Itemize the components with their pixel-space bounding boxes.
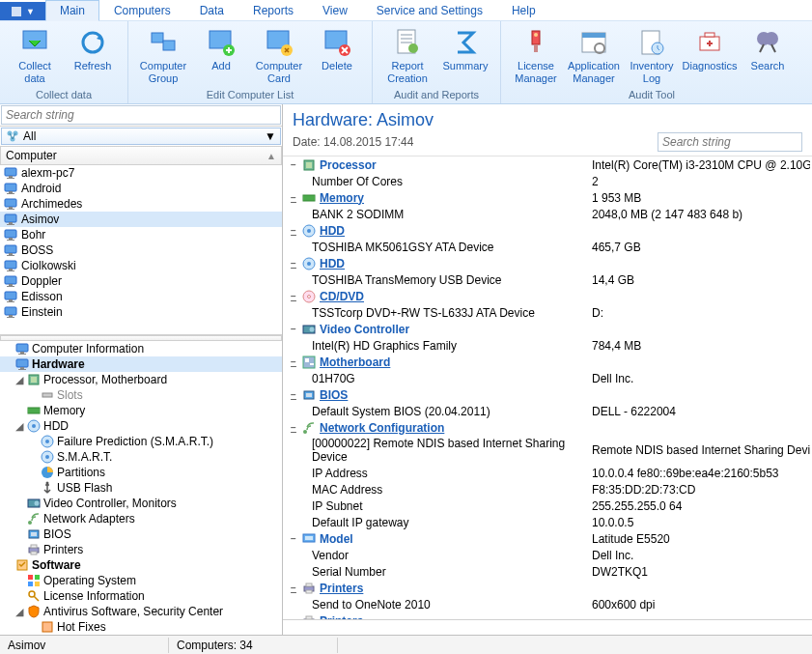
monitor-icon (4, 197, 17, 211)
printer-icon (302, 582, 316, 595)
category-tree[interactable]: Computer Information Hardware ◢Processor… (0, 341, 282, 635)
status-bar: Asimov Computers: 34 (0, 635, 812, 654)
tree-slots[interactable]: Slots (0, 387, 282, 403)
right-panel: Hardware: Asimov Date: 14.08.2015 17:44 … (283, 104, 812, 635)
tree-hardware[interactable]: Hardware (0, 356, 282, 372)
tree-memory[interactable]: Memory (0, 403, 282, 418)
computer-group-button[interactable]: Computer Group (134, 25, 192, 87)
tree-smart[interactable]: S.M.A.R.T. (0, 449, 282, 465)
tab-data[interactable]: Data (185, 0, 238, 20)
tree-icon (6, 129, 19, 143)
computer-row[interactable]: Edisson (0, 289, 282, 304)
tree-network-adapters[interactable]: Network Adapters (0, 511, 282, 526)
left-search-input[interactable] (1, 105, 281, 125)
tab-reports[interactable]: Reports (238, 0, 308, 20)
tree-hotfixes[interactable]: Hot Fixes (0, 619, 282, 635)
computer-row[interactable]: Doppler (0, 273, 282, 289)
computer-row[interactable]: Android (0, 181, 282, 196)
tree-antivirus[interactable]: ◢Antivirus Software, Security Center (0, 604, 282, 619)
collect-data-button[interactable]: Collect data (6, 25, 64, 87)
tree-os[interactable]: Operating System (0, 573, 282, 588)
tree-license[interactable]: License Information (0, 588, 282, 604)
tree-usb-flash[interactable]: USB Flash (0, 480, 282, 496)
monitor-icon (15, 342, 29, 355)
detail-header-row[interactable]: −Motherboard (283, 354, 812, 370)
svg-rect-59 (705, 33, 714, 37)
detail-sub-row: Default System BIOS (20.04.2011)DELL - 6… (283, 403, 812, 419)
model-icon (302, 532, 316, 546)
detail-header-row[interactable]: −HDD (283, 255, 812, 271)
cpu-icon (302, 158, 316, 172)
inventory-log-button[interactable]: Inventory Log (623, 25, 681, 87)
computer-row[interactable]: Archimedes (0, 196, 282, 212)
detail-header-row[interactable]: −CD/DVD (283, 288, 812, 304)
status-computer: Asimov (0, 638, 169, 653)
computer-row[interactable]: Bohr (0, 227, 282, 242)
tab-service[interactable]: Service and Settings (362, 0, 497, 20)
tab-help[interactable]: Help (497, 0, 550, 20)
detail-header-row: −Video Controller (283, 321, 812, 337)
chevron-down-icon: ▼ (265, 129, 276, 143)
tree-smart-prediction[interactable]: Failure Prediction (S.M.A.R.T.) (0, 434, 282, 449)
bios-icon (27, 527, 41, 541)
file-tab[interactable]: ▼ (0, 2, 45, 20)
summary-button[interactable]: Summary (436, 25, 494, 74)
tree-processor-motherboard[interactable]: ◢Processor, Motherboard (0, 372, 282, 387)
svg-rect-52 (534, 44, 538, 52)
tree-partitions[interactable]: Partitions (0, 465, 282, 480)
tree-video[interactable]: Video Controller, Monitors (0, 496, 282, 511)
hdd-icon (27, 419, 41, 433)
refresh-button[interactable]: Refresh (64, 25, 122, 74)
tree-bios[interactable]: BIOS (0, 526, 282, 542)
computer-card-button[interactable]: Computer Card (250, 25, 308, 87)
detail-header-row[interactable]: −HDD (283, 222, 812, 239)
computer-row[interactable]: BOSS (0, 242, 282, 258)
detail-header-row[interactable]: −Memory1 953 MB (283, 189, 812, 206)
tree-computer-information[interactable]: Computer Information (0, 341, 282, 356)
page-title: Hardware: Asimov (293, 110, 802, 130)
horizontal-scrollbar[interactable] (283, 619, 812, 635)
net-icon (27, 512, 41, 526)
detail-sub-row: Default IP gateway10.0.0.5 (283, 514, 812, 530)
os-icon (27, 574, 41, 587)
detail-header-row[interactable]: −Network Configuration (283, 419, 812, 436)
add-button[interactable]: Add (192, 25, 250, 74)
right-search-input[interactable] (658, 132, 802, 152)
svg-line-63 (771, 44, 775, 52)
computer-row[interactable]: Asimov (0, 212, 282, 227)
detail-sub-row: MAC AddressF8:35:DD:2D:73:CD (283, 481, 812, 498)
tab-view[interactable]: View (308, 0, 362, 20)
computer-row[interactable]: alexm-pc7 (0, 165, 282, 181)
tab-computers[interactable]: Computers (99, 0, 185, 20)
tree-printers[interactable]: Printers (0, 542, 282, 557)
printer-icon (27, 543, 41, 556)
filter-dropdown[interactable]: All ▼ (1, 128, 281, 145)
search-button[interactable]: Search (739, 25, 797, 74)
license-manager-button[interactable]: License Manager (507, 25, 565, 87)
computer-row[interactable]: Einstein (0, 304, 282, 320)
detail-list[interactable]: −ProcessorIntel(R) Core(TM) i3-2310M CPU… (283, 156, 812, 619)
usb-icon (41, 481, 54, 495)
tab-main[interactable]: Main (45, 0, 99, 21)
monitor-icon (15, 357, 29, 371)
report-creation-button[interactable]: Report Creation (378, 25, 436, 87)
svg-rect-67 (28, 582, 33, 586)
application-manager-button[interactable]: Application Manager (565, 25, 623, 87)
detail-header-row[interactable]: −BIOS (283, 386, 812, 403)
delete-button[interactable]: Delete (308, 25, 366, 74)
diagnostics-button[interactable]: Diagnostics (681, 25, 739, 74)
svg-point-49 (408, 43, 418, 53)
mem-icon (302, 191, 316, 205)
computer-column-header[interactable]: Computer▲ (0, 146, 282, 165)
group-label: Collect data (36, 87, 92, 103)
svg-line-70 (34, 596, 39, 601)
computer-list[interactable]: alexm-pc7AndroidArchimedesAsimovBohrBOSS… (0, 165, 282, 335)
tree-hdd[interactable]: ◢HDD (0, 418, 282, 434)
svg-rect-34 (12, 7, 21, 16)
monitor-icon (4, 259, 17, 272)
detail-header-row[interactable]: −Printers (283, 612, 812, 619)
monitor-icon (4, 290, 17, 303)
detail-header-row[interactable]: −Printers (283, 580, 812, 596)
tree-software[interactable]: Software (0, 557, 282, 573)
computer-row[interactable]: Ciolkowski (0, 258, 282, 273)
